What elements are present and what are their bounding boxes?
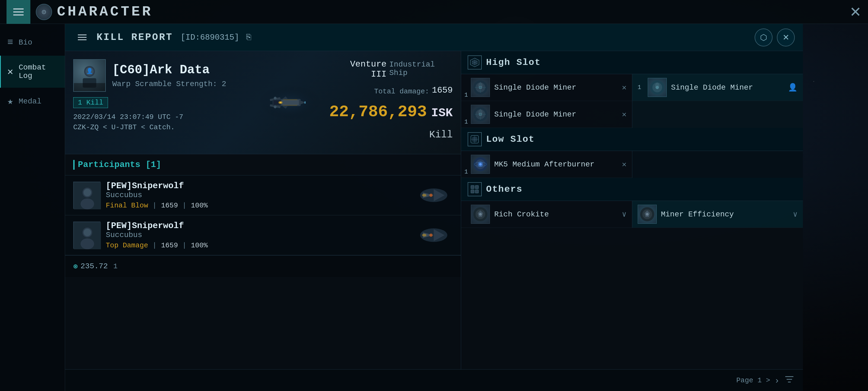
others-detail-item-1[interactable]: Miner Efficiency ∨ — [632, 201, 803, 228]
svg-point-36 — [84, 189, 91, 196]
svg-point-9 — [813, 81, 814, 82]
high-slot-detail-name-1: Single Diode Miner — [671, 83, 784, 92]
kill-report-menu-button[interactable] — [73, 29, 91, 47]
menu-line-3 — [13, 15, 24, 16]
victim-location: CZK-ZQ < U-JTBT < Catch. — [73, 123, 247, 132]
svg-point-28 — [305, 102, 306, 103]
low-slot-item-1[interactable]: 1 MK5 M — [461, 151, 632, 178]
damage-pct-1: 100% — [191, 201, 208, 210]
character-icon: ⊙ — [36, 4, 52, 20]
damage-separator-3: | — [152, 242, 157, 250]
high-slot-detail-icon-1 — [648, 78, 667, 97]
participant-ship-img-1 — [415, 185, 453, 206]
svg-rect-83 — [475, 186, 478, 189]
participants-title: Participants [1] — [78, 160, 161, 170]
character-area: ⊙ CHARACTER — [36, 4, 153, 20]
isk-value: 22,786,293 — [329, 103, 427, 121]
high-slot-list: 1 — [461, 74, 632, 128]
svg-point-27 — [274, 106, 276, 108]
svg-point-29 — [305, 103, 306, 104]
ship-type: Industrial Ship — [389, 60, 453, 77]
high-slot-detail-item-1[interactable]: 1 Single Diode Miner — [632, 74, 803, 101]
damage-separator-1: | — [152, 201, 157, 210]
participant-row-2[interactable]: [PEW]Sniperwolf Succubus Top Damage | 16… — [65, 215, 461, 255]
combat-icon: ✕ — [7, 66, 13, 78]
copy-id-icon[interactable]: ⎘ — [246, 33, 251, 42]
high-slot-item-name-2: Single Diode Miner — [494, 110, 618, 119]
high-slot-detail: 1 Single Diode Miner — [632, 74, 803, 128]
svg-point-42 — [422, 194, 426, 197]
left-sidebar: ≡ Bio ✕ Combat Log ★ Medal — [0, 24, 65, 391]
participant-info-1: [PEW]Sniperwolf Succubus Final Blow | 16… — [106, 181, 409, 210]
participant-damage-2: Top Damage | 1659 | 100% — [106, 242, 409, 250]
others-slot-list: Rich Crokite ∨ — [461, 201, 632, 228]
low-slot-section: Low Slot 1 — [461, 128, 803, 178]
close-report-button[interactable]: ✕ — [777, 29, 795, 47]
others-name: Others — [486, 184, 522, 194]
damage-type-1: Final Blow — [106, 201, 148, 210]
victim-date: 2022/03/14 23:07:49 UTC -7 — [73, 113, 247, 121]
svg-point-93 — [646, 213, 649, 216]
victim-name-block: [C60]Ark Data Warp Scramble Strength: 2 — [112, 63, 226, 88]
others-section: Others — [461, 178, 803, 228]
svg-point-41 — [429, 194, 433, 197]
bottom-nav: Page 1 > › — [65, 369, 803, 391]
svg-point-89 — [479, 213, 482, 216]
high-slot-item-name-1: Single Diode Miner — [494, 83, 618, 92]
main-menu-button[interactable] — [6, 0, 30, 24]
svg-rect-13 — [83, 78, 96, 88]
participant-damage-1: Final Blow | 1659 | 100% — [106, 201, 409, 210]
high-slot-section: High Slot 1 — [461, 51, 803, 128]
kill-result: Kill — [429, 129, 453, 140]
high-slot-icon — [468, 55, 482, 69]
high-slot-destroy-1[interactable]: ✕ — [622, 83, 627, 92]
victim-avatar: 👤 — [73, 59, 106, 92]
others-header: Others — [461, 178, 803, 201]
others-detail-scroll[interactable]: ∨ — [793, 210, 798, 219]
damage-label: Total damage: — [374, 87, 429, 95]
svg-point-26 — [274, 97, 276, 100]
bottom-stats-bar: ⊛ 235.72 1 — [65, 255, 461, 277]
participants-section: Participants [1] [PEW]Sniperwolf — [65, 154, 461, 391]
victim-name: [C60]Ark Data — [112, 63, 226, 77]
top-bar: ⊙ CHARACTER ✕ — [0, 0, 868, 24]
others-scroll-down[interactable]: ∨ — [622, 210, 627, 219]
sidebar-item-medal-label: Medal — [19, 97, 41, 106]
sidebar-item-combat-label: Combat Log — [19, 63, 58, 80]
damage-value: 1659 — [432, 85, 453, 95]
damage-num-1: 1659 — [161, 201, 178, 210]
external-link-button[interactable]: ⬡ — [755, 29, 773, 47]
high-slot-destroy-2[interactable]: ✕ — [622, 110, 627, 119]
others-icon — [468, 182, 482, 196]
app-close-button[interactable]: ✕ — [849, 4, 862, 20]
others-detail-icon-1 — [638, 205, 657, 224]
sidebar-item-combat[interactable]: ✕ Combat Log — [0, 56, 65, 88]
participant-ship-1: Succubus — [106, 191, 409, 199]
svg-point-45 — [84, 229, 91, 236]
damage-pct-2: 100% — [191, 242, 208, 250]
high-slot-item-2[interactable]: 1 — [461, 101, 632, 128]
bio-icon: ≡ — [7, 37, 13, 48]
sidebar-item-bio[interactable]: ≡ Bio — [0, 29, 65, 56]
filter-button[interactable] — [784, 374, 795, 387]
bottom-value: 235.72 — [81, 262, 108, 271]
svg-rect-84 — [471, 190, 474, 193]
low-slot-detail-empty — [632, 151, 803, 178]
kill-report-header: KILL REPORT [ID:6890315] ⎘ ⬡ ✕ — [65, 24, 803, 51]
others-detail-name-1: Miner Efficiency — [661, 210, 789, 219]
kill-count-badge: 1 Kill — [73, 97, 108, 108]
svg-rect-85 — [475, 190, 478, 193]
high-slot-name: High Slot — [486, 57, 541, 67]
sidebar-item-medal[interactable]: ★ Medal — [0, 88, 65, 115]
high-slot-header: High Slot — [461, 51, 803, 74]
svg-rect-18 — [281, 100, 299, 105]
external-link-icon: ⬡ — [760, 33, 767, 42]
others-slot-item-1[interactable]: Rich Crokite ∨ — [461, 201, 632, 228]
participant-row-1[interactable]: [PEW]Sniperwolf Succubus Final Blow | 16… — [65, 175, 461, 215]
svg-rect-32 — [283, 100, 297, 100]
victim-ship-area — [255, 51, 325, 154]
next-page-button[interactable]: › — [775, 375, 778, 385]
low-slot-destroy-1[interactable]: ✕ — [622, 160, 627, 169]
victim-top: 👤 [C60]Ark Data Warp Scramble Strength: … — [73, 59, 247, 92]
high-slot-item-1[interactable]: 1 — [461, 74, 632, 101]
